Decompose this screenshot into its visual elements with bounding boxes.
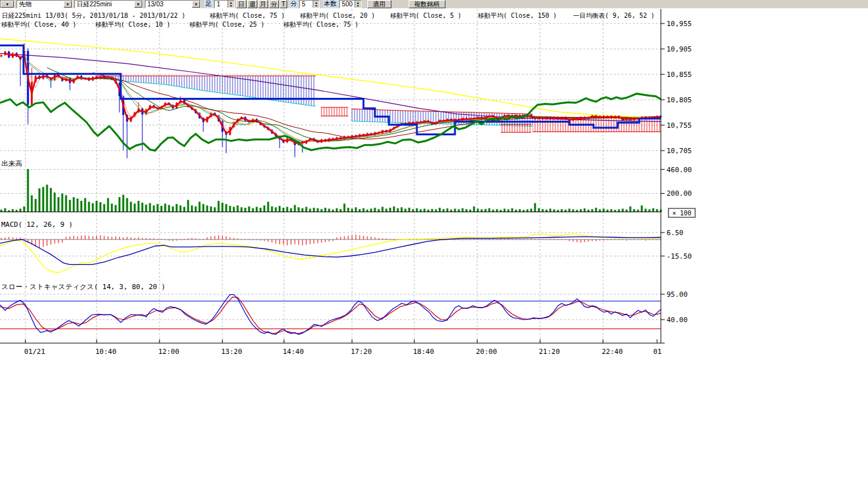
y-axis-label: 10,705 xyxy=(667,147,692,155)
spinner-arrows-icon[interactable]: ▲▼ xyxy=(227,1,234,8)
price-pane-plot[interactable] xyxy=(0,9,661,159)
x-axis-label: 13:20 xyxy=(221,348,242,356)
legend-item: 移動平均( Close, 20 ) xyxy=(300,12,375,19)
legend-item: 移動平均( Close, 150 ) xyxy=(478,12,557,19)
y-axis-label: 6.50 xyxy=(667,229,684,237)
x-axis-label: 21:20 xyxy=(539,348,560,356)
legend-item: 移動平均( Close, 75 ) xyxy=(283,21,358,28)
bar-interval-value: 1 xyxy=(215,1,227,8)
legend-item: 一目均衡表( 9, 26, 52 ) xyxy=(573,12,654,19)
y-axis-label: 40.00 xyxy=(667,316,688,324)
x-axis-label: 01/21 xyxy=(24,348,45,356)
instrument-type-value: 先物 xyxy=(17,1,64,8)
y-axis-label: 10,905 xyxy=(667,45,692,53)
chevron-down-icon[interactable]: ▼ xyxy=(1,1,14,8)
x-axis-label: 01 xyxy=(653,348,661,356)
y-axis-label: 200.00 xyxy=(667,189,692,198)
x-axis-label: 10:40 xyxy=(95,348,116,356)
chevron-down-icon[interactable]: ▼ xyxy=(64,1,72,8)
svg-text:× 100: × 100 xyxy=(672,210,691,217)
y-axis-label: 10,805 xyxy=(667,96,692,104)
legend-item: 移動平均( Close, 5 ) xyxy=(390,12,461,19)
bar-count-label: 本数 xyxy=(323,0,338,8)
stoch-pane-label: スロー・ストキャスティクス( 14, 3, 80, 20 ) xyxy=(1,283,165,291)
chart-preset-dropdown[interactable]: ▼ xyxy=(0,0,15,8)
spinner-arrows-icon[interactable]: ▲▼ xyxy=(313,1,319,8)
macd-pane-plot[interactable] xyxy=(0,220,661,280)
legend-item: 移動平均( Close, 25 ) xyxy=(189,21,264,28)
period-button-T[interactable]: T xyxy=(280,0,287,8)
chevron-down-icon[interactable]: ▼ xyxy=(192,1,200,8)
y-axis-label: 10,855 xyxy=(667,71,692,79)
y-axis-label: -15.50 xyxy=(667,252,692,261)
volume-multiplier-box: × 100 xyxy=(668,208,695,217)
instrument-type-dropdown[interactable]: 先物 ▼ xyxy=(17,0,72,8)
apply-button[interactable]: 適用 xyxy=(367,0,391,8)
legend-item: 移動平均( Close, 40 ) xyxy=(1,21,76,28)
x-axis-label: 18:40 xyxy=(413,348,434,356)
contract-month-dropdown[interactable]: 13/03 ▼ xyxy=(145,0,201,8)
x-axis-label: 14:40 xyxy=(283,348,304,356)
legend-item: 移動平均( Close, 10 ) xyxy=(95,21,170,28)
symbol-dropdown[interactable]: 日経225mini ▼ xyxy=(74,0,143,8)
period-button-週[interactable]: 週 xyxy=(247,0,257,8)
spinner-arrows-icon[interactable]: ▲▼ xyxy=(355,1,361,8)
y-axis-label: 95.00 xyxy=(667,290,688,299)
x-axis-label: 22:40 xyxy=(602,348,623,356)
volume-pane-plot[interactable] xyxy=(0,159,661,212)
period-button-日[interactable]: 日 xyxy=(236,0,247,8)
bar-count-spinner[interactable]: 500 ▲▼ xyxy=(339,0,362,8)
x-axis-label: 20:00 xyxy=(476,348,497,356)
period-button-月[interactable]: 月 xyxy=(258,0,268,8)
x-axis-label: 17:20 xyxy=(351,348,372,356)
legend-item: 移動平均( Close, 75 ) xyxy=(210,12,285,19)
minute-spinner[interactable]: 5 ▲▼ xyxy=(299,0,320,8)
x-axis-label: 12:00 xyxy=(158,348,179,356)
minute-value: 5 xyxy=(300,1,313,8)
macd-pane-label: MACD( 12, 26, 9 ) xyxy=(1,220,73,229)
multi-symbol-button[interactable]: 複数銘柄 xyxy=(409,0,445,8)
cloud-region xyxy=(321,107,348,116)
volume-pane-label: 出来高 xyxy=(1,159,22,168)
bar-count-value: 500 xyxy=(340,1,355,8)
y-axis-label: 10,755 xyxy=(667,121,692,130)
chevron-down-icon[interactable]: ▼ xyxy=(134,1,142,8)
symbol-value: 日経225mini xyxy=(75,1,134,8)
y-axis-label: 10,955 xyxy=(667,20,692,28)
cloud-region xyxy=(501,124,531,132)
period-button-分[interactable]: 分 xyxy=(269,0,279,8)
toolbar: ▼ 先物 ▼ 日経225mini ▼ 13/03 ▼ 足 1 ▲▼ 日週月分T … xyxy=(0,0,868,8)
bar-interval-spinner[interactable]: 1 ▲▼ xyxy=(214,0,234,8)
y-axis-label: 460.00 xyxy=(667,166,692,174)
bar-type-label: 足 xyxy=(204,0,213,8)
minute-label: 分 xyxy=(289,0,298,8)
chart-canvas[interactable]: 01/2110:4012:0013:2014:4017:2018:4020:00… xyxy=(0,0,868,488)
contract-month-value: 13/03 xyxy=(146,1,192,8)
legend-item: 日経225mini 13/03( 5分, 2013/01/18 - 2013/0… xyxy=(2,12,186,19)
